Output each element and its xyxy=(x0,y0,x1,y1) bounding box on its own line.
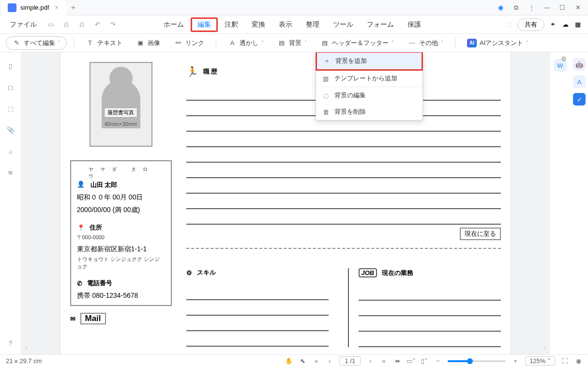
page-indicator[interactable]: 1 /1 xyxy=(339,356,361,366)
pdf-page: 履歴書写真 40mm×30mm ヤマダ タロウ 👤 山田 太郎 昭和００年 00… xyxy=(60,52,511,354)
tab-view[interactable]: 表示 xyxy=(272,17,299,32)
settings-icon[interactable]: ▦ xyxy=(573,20,582,29)
header-footer-button[interactable]: ▤ヘッダー＆フッター˅ xyxy=(316,37,399,49)
close-tab-icon[interactable]: × xyxy=(53,4,60,11)
postal: 〒000-0000 xyxy=(77,234,165,241)
tab-tools[interactable]: ツール xyxy=(326,17,360,32)
zoom-level[interactable]: 125% ˅ xyxy=(525,356,555,366)
select-tool-icon[interactable]: ⬉ xyxy=(299,357,306,365)
notification-icon[interactable]: ⧉ xyxy=(511,2,521,13)
minimize-icon[interactable]: — xyxy=(542,2,552,13)
zoom-out-icon[interactable]: − xyxy=(434,357,442,365)
first-page-icon[interactable]: « xyxy=(312,357,320,365)
save-icon[interactable]: ⎙ xyxy=(62,20,71,29)
tab-edit[interactable]: 編集 xyxy=(191,17,218,32)
photo-placeholder: 履歴書写真 40mm×30mm xyxy=(90,62,152,147)
print-icon[interactable]: ⎙ xyxy=(77,20,86,29)
fit-page-icon[interactable]: ▭˅ xyxy=(407,357,415,365)
tab-home[interactable]: ホーム xyxy=(157,17,191,32)
tab-organize[interactable]: 整理 xyxy=(299,17,326,32)
hand-tool-icon[interactable]: ✋ xyxy=(285,357,293,365)
chat-ai-icon[interactable]: 🤖 xyxy=(573,58,586,71)
zoom-in-icon[interactable]: + xyxy=(512,357,519,365)
maximize-icon[interactable]: ☐ xyxy=(557,2,568,13)
skill-head: スキル xyxy=(197,268,216,277)
image-button[interactable]: ▣画像 xyxy=(131,37,165,49)
more-icon[interactable]: ⋮ xyxy=(526,2,537,13)
thumbnails-icon[interactable]: ▯ xyxy=(6,61,15,71)
translate-icon[interactable]: A xyxy=(573,76,586,88)
trash-icon: 🗑 xyxy=(322,108,330,116)
app-icon xyxy=(8,3,16,12)
fit-width-icon[interactable]: ⬌ xyxy=(393,357,401,365)
fullscreen-icon[interactable]: ⛶ xyxy=(561,357,569,365)
last-page-icon[interactable]: » xyxy=(380,357,388,365)
address-kana: トウキョウト シンジュクク シンジュク xyxy=(77,256,165,270)
view-mode-icon[interactable]: ▯˅ xyxy=(421,357,428,365)
tab-convert[interactable]: 変換 xyxy=(245,17,272,32)
open-icon[interactable]: ▭ xyxy=(46,20,55,29)
text-icon: T xyxy=(86,39,94,47)
delete-background-item[interactable]: 🗑背景を削除 xyxy=(316,104,422,120)
check-icon[interactable]: ✓ xyxy=(573,93,586,106)
add-background-item[interactable]: ＋背景を追加 xyxy=(316,52,423,71)
western-date: 2000/00/00 (満 00歳) xyxy=(77,206,165,214)
cloud-icon[interactable]: ◉ xyxy=(495,2,506,13)
comments-icon[interactable]: ⬚ xyxy=(6,104,15,113)
file-menu[interactable]: ファイル xyxy=(6,20,41,29)
help-icon[interactable]: ? xyxy=(6,338,15,348)
share-button[interactable]: 共有 xyxy=(517,18,544,31)
background-button[interactable]: ▤背景˅ xyxy=(272,37,312,49)
zoom-slider[interactable] xyxy=(448,360,506,362)
name: 山田 太郎 xyxy=(90,181,118,189)
background-icon: ▤ xyxy=(277,39,286,47)
address: 東京都新宿区新宿1-1-1 xyxy=(77,245,165,254)
edit-all-label: すべて編集 xyxy=(24,39,55,47)
prev-page-icon[interactable]: ‹ xyxy=(326,357,333,365)
chevron-down-icon: ˅ xyxy=(58,40,60,46)
prev-page-arrow[interactable]: ‹ xyxy=(25,344,27,352)
redo-icon[interactable]: ↷ xyxy=(108,20,117,29)
attachments-icon[interactable]: 📎 xyxy=(6,125,15,135)
document-tab[interactable]: simple.pdf × xyxy=(2,0,66,15)
person-icon: 👤 xyxy=(77,181,86,189)
link-icon: ⚯ xyxy=(174,39,182,47)
watermark-button[interactable]: A透かし˅ xyxy=(223,37,269,49)
pencil-icon: ✎ xyxy=(12,39,21,47)
phone-head: 電話番号 xyxy=(87,279,112,288)
search-icon[interactable]: ⌕ xyxy=(6,146,15,156)
tab-comment[interactable]: 注釈 xyxy=(218,17,245,32)
ai-assistant-button[interactable]: AIAIアシスタント˅ xyxy=(462,37,533,49)
tab-title: simple.pdf xyxy=(20,4,49,11)
background-dropdown: ＋背景を追加 ▥テンプレートから追加 ◌背景の編集 🗑背景を削除 xyxy=(316,52,423,121)
tab-protect[interactable]: 保護 xyxy=(401,17,428,32)
next-page-arrow[interactable]: › xyxy=(543,344,545,352)
next-page-icon[interactable]: › xyxy=(366,357,374,365)
bookmarks-icon[interactable]: ◻ xyxy=(6,82,15,92)
reading-mode-icon[interactable]: ◉ xyxy=(574,357,582,365)
edit-all-button[interactable]: ✎ すべて編集 ˅ xyxy=(6,36,67,50)
lightbulb-icon[interactable]: ◌ xyxy=(505,20,513,29)
properties-icon[interactable]: ⚙ xyxy=(561,55,567,62)
layers-icon[interactable]: ≋ xyxy=(6,168,15,177)
era-date: 昭和００年 00月 00日 xyxy=(77,193,165,202)
other-button[interactable]: ⋯その他˅ xyxy=(403,37,448,49)
text-button[interactable]: Tテキスト xyxy=(81,37,127,49)
link-button[interactable]: ⚯リンク xyxy=(169,37,209,49)
new-tab-button[interactable]: + xyxy=(66,3,80,12)
mail-icon: ✉ xyxy=(70,315,75,322)
edit-background-item[interactable]: ◌背景の編集 xyxy=(316,87,422,104)
header-footer-icon: ▤ xyxy=(320,39,329,47)
refresh-icon: ◌ xyxy=(322,92,330,99)
name-furigana: ヤマダ タロウ xyxy=(89,166,165,180)
share-icon[interactable]: ⚭ xyxy=(548,20,557,29)
pin-icon: 📍 xyxy=(77,224,85,231)
running-icon: 🏃 xyxy=(186,66,198,77)
photo-label: 履歴書写真 xyxy=(104,107,137,118)
cloud-upload-icon[interactable]: ☁ xyxy=(561,20,570,29)
from-template-item[interactable]: ▥テンプレートから追加 xyxy=(316,70,422,87)
tab-form[interactable]: フォーム xyxy=(360,17,401,32)
undo-icon[interactable]: ↶ xyxy=(93,20,102,29)
close-window-icon[interactable]: ✕ xyxy=(573,2,583,13)
present-label: 現在に至る xyxy=(460,228,501,240)
